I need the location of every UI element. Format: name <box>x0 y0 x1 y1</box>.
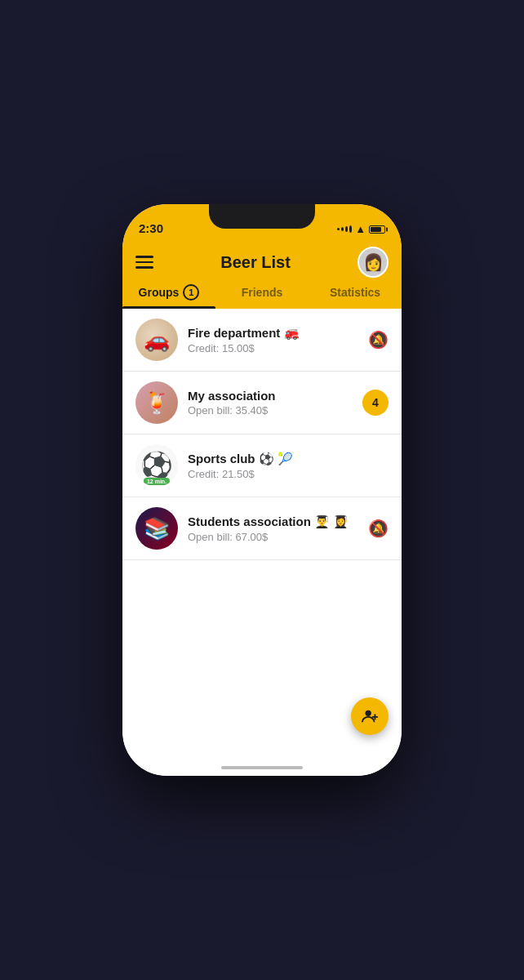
item-action: 🔕 <box>368 330 389 350</box>
list-item[interactable]: ⚽ 12 min. Sports club ⚽ 🎾 Credit: 21.50$ <box>122 434 402 497</box>
item-sub: Credit: 21.50$ <box>188 468 379 480</box>
item-info: My association Open bill: 35.40$ <box>188 389 353 416</box>
bell-muted-icon: 🔕 <box>368 519 389 537</box>
list-item[interactable]: 🍹 My association Open bill: 35.40$ 4 <box>122 372 402 434</box>
list-item[interactable]: 🚗 Fire department 🚒 Credit: 15.00$ 🔕 <box>122 309 402 372</box>
notch <box>209 204 315 229</box>
tab-bar: Groups 1 Friends Statistics <box>122 278 402 309</box>
svg-point-0 <box>366 710 371 716</box>
add-group-button[interactable] <box>351 697 389 735</box>
item-sub: Credit: 15.00$ <box>188 342 358 354</box>
avatar[interactable]: 👩 <box>357 247 389 278</box>
home-indicator <box>221 766 303 769</box>
list-item[interactable]: 📚 Students association 👨‍🎓 👩‍🎓 Open bill… <box>122 497 402 560</box>
status-icons: ▲ <box>337 223 385 235</box>
item-name: Students association 👨‍🎓 👩‍🎓 <box>188 514 358 529</box>
tab-statistics[interactable]: Statistics <box>309 284 402 309</box>
item-action: 🔕 <box>368 519 389 538</box>
item-action: 4 <box>362 390 389 416</box>
bell-muted-icon: 🔕 <box>368 331 389 349</box>
menu-button[interactable] <box>135 256 153 269</box>
tab-groups[interactable]: Groups 1 <box>122 284 215 309</box>
time-badge: 12 min. <box>144 478 170 485</box>
item-avatar: 🚗 <box>135 318 178 361</box>
item-name: Sports club ⚽ 🎾 <box>188 452 379 466</box>
tab-friends[interactable]: Friends <box>215 284 309 309</box>
item-sub: Open bill: 67.00$ <box>188 531 358 543</box>
signal-icon <box>337 225 352 233</box>
item-name: Fire department 🚒 <box>188 326 358 341</box>
item-avatar: 📚 <box>135 507 178 550</box>
item-info: Students association 👨‍🎓 👩‍🎓 Open bill: … <box>188 514 358 543</box>
item-info: Fire department 🚒 Credit: 15.00$ <box>188 326 358 354</box>
groups-badge: 1 <box>183 284 199 301</box>
item-name: My association <box>188 389 353 403</box>
item-info: Sports club ⚽ 🎾 Credit: 21.50$ <box>188 452 379 480</box>
notification-badge: 4 <box>362 390 389 416</box>
status-time: 2:30 <box>139 221 163 235</box>
item-avatar: 🍹 <box>135 381 178 424</box>
wifi-icon: ▲ <box>355 223 366 235</box>
item-sub: Open bill: 35.40$ <box>188 404 353 416</box>
page-title: Beer List <box>220 253 291 272</box>
app-header: Beer List 👩 <box>122 240 402 278</box>
battery-icon <box>369 225 385 234</box>
item-avatar: ⚽ 12 min. <box>135 444 178 487</box>
